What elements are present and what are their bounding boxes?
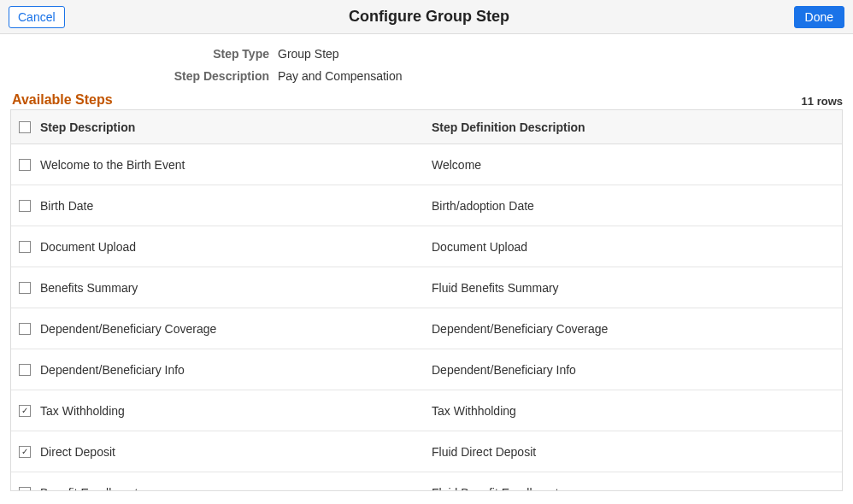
row-checkbox[interactable] bbox=[19, 282, 31, 294]
dialog-title: Configure Group Step bbox=[349, 8, 509, 26]
checkbox-cell bbox=[11, 405, 38, 417]
info-row-step-desc: Step Description Pay and Compensation bbox=[0, 65, 853, 87]
row-checkbox[interactable] bbox=[19, 241, 31, 253]
row-checkbox[interactable] bbox=[19, 405, 31, 417]
cell-definition: Dependent/Beneficiary Coverage bbox=[432, 322, 842, 336]
cell-definition: Tax Withholding bbox=[432, 404, 842, 418]
cell-description: Document Upload bbox=[38, 240, 432, 254]
col-header-description[interactable]: Step Description bbox=[38, 120, 432, 134]
step-desc-label: Step Description bbox=[0, 69, 278, 83]
table-row: Benefits SummaryFluid Benefits Summary bbox=[11, 267, 842, 308]
cell-description: Direct Deposit bbox=[38, 445, 432, 459]
table-row: Direct DepositFluid Direct Deposit bbox=[11, 431, 842, 472]
table-row: Tax WithholdingTax Withholding bbox=[11, 390, 842, 431]
cell-definition: Dependent/Beneficiary Info bbox=[432, 363, 842, 377]
table-row: Dependent/Beneficiary CoverageDependent/… bbox=[11, 308, 842, 349]
table-body[interactable]: Welcome to the Birth EventWelcomeBirth D… bbox=[11, 144, 842, 490]
step-type-value: Group Step bbox=[278, 47, 339, 61]
cell-description: Birth Date bbox=[38, 199, 432, 213]
row-checkbox[interactable] bbox=[19, 446, 31, 458]
row-checkbox[interactable] bbox=[19, 200, 31, 212]
row-checkbox[interactable] bbox=[19, 159, 31, 171]
available-steps-table: Step Description Step Definition Descrip… bbox=[10, 109, 843, 491]
checkbox-cell bbox=[11, 323, 38, 335]
cell-description: Dependent/Beneficiary Info bbox=[38, 363, 432, 377]
checkbox-cell bbox=[11, 282, 38, 294]
table-row: Welcome to the Birth EventWelcome bbox=[11, 144, 842, 185]
available-steps-title: Available Steps bbox=[12, 92, 113, 108]
checkbox-cell bbox=[11, 446, 38, 458]
cancel-button[interactable]: Cancel bbox=[9, 6, 65, 28]
cell-definition: Fluid Benefits Summary bbox=[432, 281, 842, 295]
cell-description: Welcome to the Birth Event bbox=[38, 158, 432, 172]
cell-description: Tax Withholding bbox=[38, 404, 432, 418]
checkbox-cell bbox=[11, 241, 38, 253]
table-row: Benefit EnrollmentFluid Benefit Enrollme… bbox=[11, 472, 842, 490]
select-all-cell bbox=[11, 121, 38, 133]
cell-description: Benefits Summary bbox=[38, 281, 432, 295]
cell-description: Benefit Enrollment bbox=[38, 486, 432, 491]
checkbox-cell bbox=[11, 200, 38, 212]
checkbox-cell bbox=[11, 364, 38, 376]
table-header: Step Description Step Definition Descrip… bbox=[11, 110, 842, 144]
select-all-checkbox[interactable] bbox=[19, 121, 31, 133]
row-count-label: 11 rows bbox=[802, 95, 843, 108]
cell-definition: Document Upload bbox=[432, 240, 842, 254]
info-row-step-type: Step Type Group Step bbox=[0, 43, 853, 65]
row-checkbox[interactable] bbox=[19, 364, 31, 376]
col-header-definition[interactable]: Step Definition Description bbox=[432, 120, 842, 134]
available-steps-header: Available Steps 11 rows bbox=[0, 92, 853, 109]
checkbox-cell bbox=[11, 487, 38, 491]
cell-definition: Fluid Direct Deposit bbox=[432, 445, 842, 459]
cell-description: Dependent/Beneficiary Coverage bbox=[38, 322, 432, 336]
step-desc-value: Pay and Compensation bbox=[278, 69, 403, 83]
row-checkbox[interactable] bbox=[19, 487, 31, 491]
checkbox-cell bbox=[11, 159, 38, 171]
cell-definition: Welcome bbox=[432, 158, 842, 172]
dialog-header: Cancel Configure Group Step Done bbox=[0, 0, 853, 34]
table-row: Birth DateBirth/adoption Date bbox=[11, 185, 842, 226]
table-row: Document UploadDocument Upload bbox=[11, 226, 842, 267]
row-checkbox[interactable] bbox=[19, 323, 31, 335]
step-type-label: Step Type bbox=[0, 47, 278, 61]
table-row: Dependent/Beneficiary InfoDependent/Bene… bbox=[11, 349, 842, 390]
info-section: Step Type Group Step Step Description Pa… bbox=[0, 34, 853, 92]
done-button[interactable]: Done bbox=[794, 6, 844, 28]
cell-definition: Birth/adoption Date bbox=[432, 199, 842, 213]
cell-definition: Fluid Benefit Enrollment bbox=[432, 486, 842, 491]
